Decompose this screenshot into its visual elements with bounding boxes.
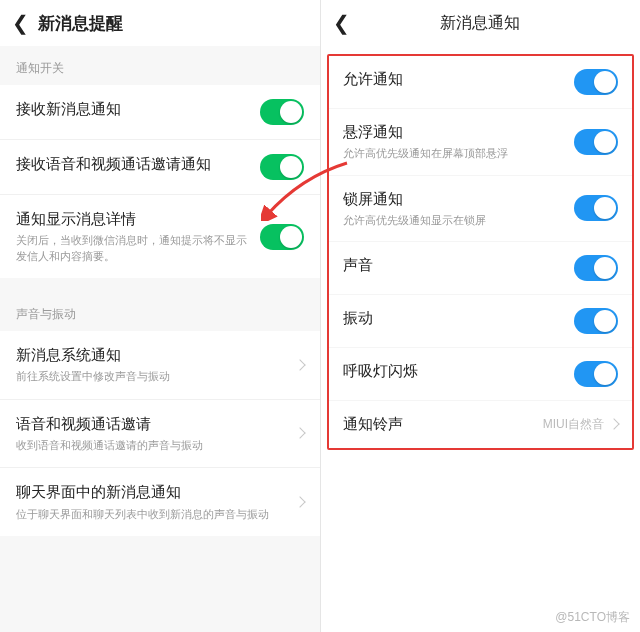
row-call-invite-sound[interactable]: 语音和视频通话邀请 收到语音和视频通话邀请的声音与振动	[0, 400, 320, 469]
right-header: ❮ 新消息通知	[321, 0, 641, 46]
row-label: 允许通知	[343, 69, 565, 89]
toggle-led[interactable]	[574, 361, 618, 387]
left-page-title: 新消息提醒	[38, 12, 123, 35]
row-sound[interactable]: 声音	[329, 242, 633, 295]
highlighted-settings-box: 允许通知 悬浮通知 允许高优先级通知在屏幕顶部悬浮 锁屏通知 允许高优先级通知显…	[327, 54, 635, 450]
row-float-notify[interactable]: 悬浮通知 允许高优先级通知在屏幕顶部悬浮	[329, 109, 633, 176]
row-vibrate[interactable]: 振动	[329, 295, 633, 348]
row-sub: 位于聊天界面和聊天列表中收到新消息的声音与振动	[16, 507, 280, 522]
right-page-title: 新消息通知	[321, 13, 641, 34]
row-label: 通知铃声	[343, 414, 533, 434]
row-label: 聊天界面中的新消息通知	[16, 482, 280, 502]
row-sub: 允许高优先级通知在屏幕顶部悬浮	[343, 146, 565, 161]
row-label: 通知显示消息详情	[16, 209, 250, 229]
row-label: 呼吸灯闪烁	[343, 361, 565, 381]
row-allow-notify[interactable]: 允许通知	[329, 56, 633, 109]
toggle-allow-notify[interactable]	[574, 69, 618, 95]
section-label-notify: 通知开关	[0, 46, 320, 85]
chevron-right-icon	[608, 419, 619, 430]
row-show-detail[interactable]: 通知显示消息详情 关闭后，当收到微信消息时，通知提示将不显示发信人和内容摘要。	[0, 195, 320, 278]
row-receive-new-msg[interactable]: 接收新消息通知	[0, 85, 320, 140]
row-ringtone[interactable]: 通知铃声 MIUI自然音	[329, 401, 633, 447]
toggle-vibrate[interactable]	[574, 308, 618, 334]
toggle-receive-new-msg[interactable]	[260, 99, 304, 125]
row-sub: 前往系统设置中修改声音与振动	[16, 369, 280, 384]
left-header: ❮ 新消息提醒	[0, 0, 320, 46]
toggle-float-notify[interactable]	[574, 129, 618, 155]
row-sub: 收到语音和视频通话邀请的声音与振动	[16, 438, 280, 453]
row-lock-notify[interactable]: 锁屏通知 允许高优先级通知显示在锁屏	[329, 176, 633, 243]
right-phone-miui-settings: ❮ 新消息通知 允许通知 悬浮通知 允许高优先级通知在屏幕顶部悬浮 锁屏通知 允…	[321, 0, 641, 632]
toggle-show-detail[interactable]	[260, 224, 304, 250]
row-system-notify[interactable]: 新消息系统通知 前往系统设置中修改声音与振动	[0, 331, 320, 400]
chevron-right-icon	[294, 428, 305, 439]
row-chat-msg-sound[interactable]: 聊天界面中的新消息通知 位于聊天界面和聊天列表中收到新消息的声音与振动	[0, 468, 320, 536]
ringtone-value: MIUI自然音	[543, 416, 604, 433]
row-label: 声音	[343, 255, 565, 275]
watermark: @51CTO博客	[555, 609, 630, 626]
row-label: 锁屏通知	[343, 189, 565, 209]
row-label: 悬浮通知	[343, 122, 565, 142]
row-receive-call-invite[interactable]: 接收语音和视频通话邀请通知	[0, 140, 320, 195]
row-led[interactable]: 呼吸灯闪烁	[329, 348, 633, 401]
chevron-right-icon	[294, 496, 305, 507]
section-label-sound: 声音与振动	[0, 278, 320, 331]
chevron-right-icon	[294, 359, 305, 370]
row-label: 接收语音和视频通话邀请通知	[16, 154, 250, 174]
row-label: 语音和视频通话邀请	[16, 414, 280, 434]
row-label: 新消息系统通知	[16, 345, 280, 365]
toggle-lock-notify[interactable]	[574, 195, 618, 221]
left-phone-wechat-settings: ❮ 新消息提醒 通知开关 接收新消息通知 接收语音和视频通话邀请通知 通知显示消…	[0, 0, 321, 632]
toggle-sound[interactable]	[574, 255, 618, 281]
row-sub: 关闭后，当收到微信消息时，通知提示将不显示发信人和内容摘要。	[16, 233, 250, 264]
row-sub: 允许高优先级通知显示在锁屏	[343, 213, 565, 228]
row-label: 接收新消息通知	[16, 99, 250, 119]
back-icon[interactable]: ❮	[12, 11, 32, 35]
row-label: 振动	[343, 308, 565, 328]
toggle-receive-call-invite[interactable]	[260, 154, 304, 180]
